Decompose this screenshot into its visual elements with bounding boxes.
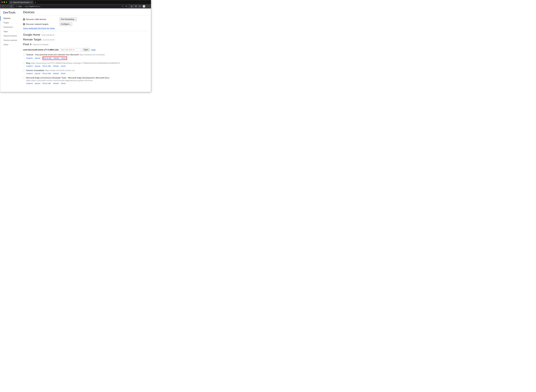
configure-button[interactable]: Configure... xyxy=(59,22,72,26)
sidebar-title: DevTools xyxy=(0,11,20,16)
inspect-link[interactable]: inspect xyxy=(26,57,33,59)
favorites-bar-icon[interactable] xyxy=(130,5,134,8)
svg-rect-3 xyxy=(139,6,141,7)
device-id: #99231FFAZ0080K xyxy=(33,44,48,46)
svg-point-4 xyxy=(144,6,144,6)
close-link[interactable]: close xyxy=(61,82,66,84)
inspect-link[interactable]: inspect xyxy=(26,65,33,67)
device-name: Pixel 4 xyxy=(23,43,31,46)
discover-row: Discover network targetsConfigure... xyxy=(23,22,148,26)
target-title: Microsoft Edge (Chromium) Developer Tool… xyxy=(26,77,109,79)
sidebar-item-other[interactable]: Other xyxy=(0,42,20,47)
window-controls xyxy=(0,0,9,4)
sidebar-item-extensions[interactable]: Extensions xyxy=(0,25,20,29)
target-actions: inspectpausefocus tabreloadclose xyxy=(26,65,148,67)
collections-icon[interactable] xyxy=(134,5,138,8)
tab-title: Inspect with Edge Developer T xyxy=(13,2,31,3)
target-title: Outlook – free personal email and calend… xyxy=(26,54,79,56)
focus-tab-link[interactable]: focus tab xyxy=(43,65,51,67)
close-link[interactable]: close xyxy=(61,57,66,59)
profile-button[interactable] xyxy=(142,5,146,8)
target-actions: inspectpausefocus tabreloadclose xyxy=(26,82,148,84)
sidebar-item-devices[interactable]: Devices xyxy=(0,16,20,21)
browser-tab[interactable]: Inspect with Edge Developer T × xyxy=(9,1,34,4)
device-heading: Remote Target #LOCALHOST xyxy=(23,38,148,41)
sidebar-item-apps[interactable]: Apps xyxy=(0,29,20,34)
page-icon xyxy=(10,1,12,3)
svg-point-1 xyxy=(122,6,123,7)
open-node-devtools-link[interactable]: Open dedicated DevTools for Node xyxy=(23,27,55,29)
target-url: https://www.microsoft.com/en-us/ xyxy=(45,69,75,71)
browser-row: com.microsoft.emmx (77.0.3865.116) Open … xyxy=(23,48,148,51)
reload-link[interactable]: reload xyxy=(53,57,59,59)
target-url: https://docs.microsoft.com/en-us/microso… xyxy=(26,79,93,82)
close-window-button[interactable] xyxy=(1,1,3,3)
target-checkbox[interactable] xyxy=(23,77,25,79)
minimize-window-button[interactable] xyxy=(4,1,5,3)
device-heading: Google Home #192.168.86.63 xyxy=(23,33,148,36)
sidebar-item-service-workers[interactable]: Service workers xyxy=(0,38,20,42)
target-url: https://www.bing.com/?PC=EMMX20&toWww=1&… xyxy=(31,62,120,64)
target-checkbox[interactable] xyxy=(23,54,25,56)
pause-link[interactable]: pause xyxy=(35,57,40,59)
reload-link[interactable]: reload xyxy=(53,82,59,84)
page-title: Devices xyxy=(23,10,148,14)
discover-label: Discover USB devices xyxy=(26,18,46,21)
favorite-icon[interactable] xyxy=(124,5,128,8)
titlebar: Inspect with Edge Developer T × + xyxy=(0,0,151,4)
target-actions: inspectpausefocus tabreloadclose xyxy=(26,72,148,75)
open-tab-url-input[interactable] xyxy=(60,48,81,51)
trace-link[interactable]: trace xyxy=(91,49,96,51)
avatar-icon xyxy=(143,5,145,8)
address-url: edge://inspect/#devices xyxy=(25,5,40,7)
close-tab-icon[interactable]: × xyxy=(31,1,33,3)
separator xyxy=(24,5,24,7)
inspect-link[interactable]: inspect xyxy=(26,82,33,84)
pause-link[interactable]: pause xyxy=(35,65,40,67)
more-menu-button[interactable]: ··· xyxy=(146,5,150,8)
target-url: https://outlook.live.com/owa/ xyxy=(79,54,105,56)
focus-tab-link[interactable]: focus tab xyxy=(43,72,51,75)
search-icon[interactable] xyxy=(121,5,124,8)
address-bar[interactable]: Edge edge://inspect/#devices xyxy=(14,5,129,8)
target-title: Bing xyxy=(26,62,30,64)
open-tab-button[interactable]: Open xyxy=(82,48,90,51)
checkbox[interactable] xyxy=(23,19,25,20)
highlight-box: focus tabreloadclose xyxy=(43,56,67,60)
sidebar-item-pages[interactable]: Pages xyxy=(0,21,20,25)
inspect-target: Service Unavailablehttps://www.microsoft… xyxy=(23,69,148,75)
port-forwarding-button[interactable]: Port forwarding... xyxy=(59,18,77,21)
reload-link[interactable]: reload xyxy=(53,72,59,75)
focus-tab-link[interactable]: focus tab xyxy=(43,57,52,59)
forward-button[interactable] xyxy=(5,5,9,8)
target-actions: inspectpausefocus tabreloadclose xyxy=(26,56,148,60)
pause-link[interactable]: pause xyxy=(35,82,40,84)
pause-link[interactable]: pause xyxy=(35,72,40,75)
edge-icon xyxy=(15,5,18,7)
sidebar: DevTools DevicesPagesExtensionsAppsShare… xyxy=(0,9,20,92)
target-checkbox[interactable] xyxy=(23,69,25,71)
focus-tab-link[interactable]: focus tab xyxy=(43,82,51,84)
address-app-label: Edge xyxy=(18,5,22,7)
maximize-window-button[interactable] xyxy=(6,1,7,3)
divider xyxy=(23,15,148,16)
device-name: Google Home xyxy=(23,33,40,36)
sidebar-item-shared-workers[interactable]: Shared workers xyxy=(0,34,20,38)
page-content: DevTools DevicesPagesExtensionsAppsShare… xyxy=(0,9,151,92)
refresh-button[interactable] xyxy=(9,5,13,8)
discover-row: Discover USB devicesPort forwarding... xyxy=(23,18,148,21)
close-link[interactable]: close xyxy=(61,65,66,67)
inspect-target: Binghttps://www.bing.com/?PC=EMMX20&toWw… xyxy=(23,62,148,67)
share-icon[interactable] xyxy=(138,5,142,8)
reload-link[interactable]: reload xyxy=(53,65,59,67)
target-checkbox[interactable] xyxy=(23,62,25,64)
close-link[interactable]: close xyxy=(61,72,66,75)
inspect-link[interactable]: inspect xyxy=(26,72,33,75)
device-id: #LOCALHOST xyxy=(43,39,55,41)
browser-name: com.microsoft.emmx (77.0.3865.116) xyxy=(23,49,58,51)
checkbox[interactable] xyxy=(23,23,25,25)
device-id: #192.168.86.63 xyxy=(42,34,54,36)
back-button[interactable] xyxy=(1,5,5,8)
target-title: Service Unavailable xyxy=(26,69,44,71)
new-tab-button[interactable]: + xyxy=(34,1,37,4)
